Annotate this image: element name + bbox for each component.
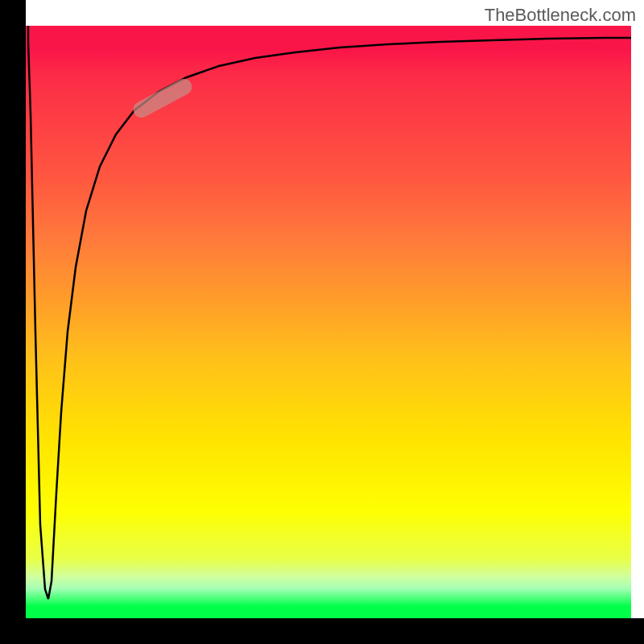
y-axis bbox=[0, 0, 26, 644]
chart-container: TheBottleneck.com bbox=[0, 0, 644, 644]
x-axis bbox=[0, 618, 644, 644]
chart-curve bbox=[26, 26, 631, 618]
curve-path bbox=[28, 26, 631, 599]
watermark-text: TheBottleneck.com bbox=[485, 5, 636, 26]
highlight-segment bbox=[130, 76, 195, 120]
